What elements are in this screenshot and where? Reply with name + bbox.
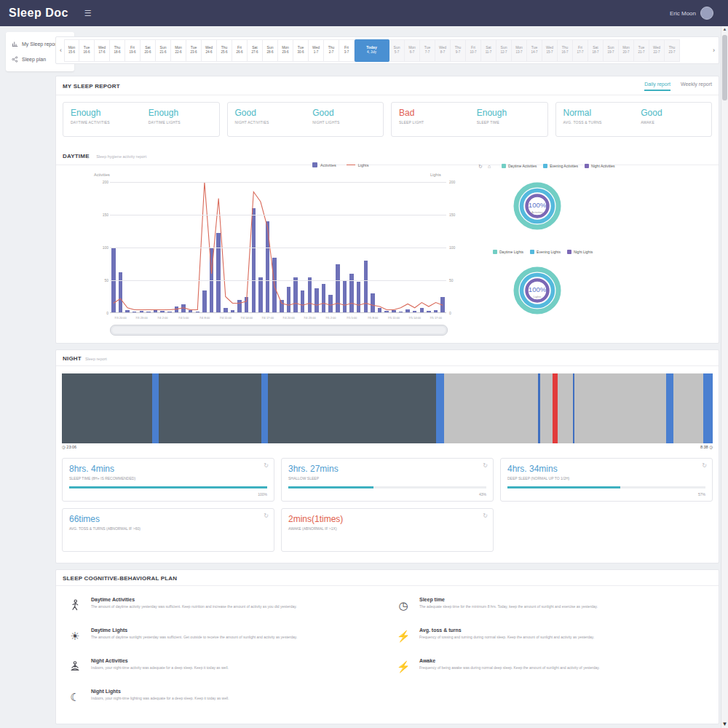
refresh-icon[interactable]: ↻ [264, 462, 269, 469]
stat-value: 4hrs. 34mins [507, 464, 558, 474]
hamburger-menu-icon[interactable]: ☰ [84, 9, 92, 18]
donut-legend-item[interactable]: Daytime Lights [493, 250, 523, 254]
date-cell-date: 20-6 [144, 50, 151, 55]
donut-legend-item[interactable]: Night Lights [567, 250, 593, 254]
date-cell[interactable]: Fri3-7 [339, 39, 355, 62]
date-cell-day: Tue [191, 45, 197, 51]
x-tick-label: 7/5 2:00 [320, 316, 341, 320]
donut-legend-item[interactable]: Evening Activities [543, 164, 578, 168]
date-cell-day: Thu [562, 45, 569, 51]
plan-item-title: Sleep time [419, 597, 598, 602]
refresh-icon[interactable]: ↻ [264, 513, 269, 519]
date-cell[interactable]: Sat11-7 [481, 39, 496, 62]
date-cell[interactable]: Mon29-6 [278, 39, 293, 62]
x-tick-label: 7/4 17:00 [257, 316, 278, 320]
legend-label: Evening Lights [537, 250, 561, 254]
chart-range-scrollbar[interactable] [110, 325, 448, 336]
plan-item-night-activities: Night ActivitiesIndoors, your night-time… [59, 652, 387, 682]
legend-line-swatch [347, 165, 355, 165]
date-cell[interactable]: Mon13-7 [512, 39, 527, 62]
svg-text:100%: 100% [529, 285, 547, 293]
legend-item-activities[interactable]: Activities [312, 162, 336, 167]
date-cell[interactable]: Mon22-6 [171, 39, 186, 62]
next-dates-icon[interactable]: › [711, 47, 717, 54]
date-cell[interactable]: Tue21-7 [634, 39, 649, 62]
date-cell-date: 22-6 [175, 50, 181, 55]
refresh-icon[interactable]: ↻ [483, 513, 488, 519]
scrollbar-thumb[interactable] [722, 35, 727, 100]
date-cell[interactable]: Tue23-6 [186, 39, 202, 62]
date-cell-day: Sun [267, 45, 274, 51]
gridline [110, 182, 446, 183]
plan-item-title: Night Activities [91, 658, 229, 663]
date-cell[interactable]: Wed24-6 [202, 39, 217, 62]
walking-person-icon [66, 597, 84, 614]
donut-legend-item[interactable]: Night Activities [585, 164, 615, 168]
date-cell[interactable]: Tue7-7 [420, 39, 435, 62]
date-cell[interactable]: Fri19-6 [125, 39, 141, 62]
date-cell[interactable]: Tue16-6 [79, 39, 95, 62]
date-cell[interactable]: Sun28-6 [263, 39, 278, 62]
prev-dates-icon[interactable]: ‹ [58, 47, 64, 54]
x-tick-label: 7/4 8:00 [194, 316, 215, 320]
date-cell[interactable]: Wed1-7 [309, 39, 324, 62]
summary-label: NIGHT LIGHTS [312, 120, 376, 124]
date-cell[interactable]: Mon15-6 [64, 39, 79, 62]
date-cell[interactable]: Thu9-7 [451, 39, 466, 62]
date-cell-date: 8-7 [440, 50, 446, 55]
donut-legend-item[interactable]: Evening Lights [530, 250, 561, 254]
date-cell[interactable]: Thu16-7 [558, 39, 573, 62]
date-cell[interactable]: Sat27-6 [248, 39, 263, 62]
tab-weekly-report[interactable]: Weekly report [681, 82, 712, 91]
date-cell[interactable]: Sun19-7 [604, 39, 619, 62]
legend-label: Night Activities [591, 164, 615, 168]
date-cell[interactable]: Thu23-7 [665, 39, 680, 62]
legend-label: Night Lights [574, 250, 593, 254]
date-cell-date: 22-7 [653, 50, 660, 55]
refresh-icon[interactable]: ↻ [478, 164, 483, 170]
date-cell[interactable]: Mon6-7 [405, 39, 420, 62]
date-cell[interactable]: Fri26-6 [232, 39, 248, 62]
date-cell[interactable]: Mon20-7 [619, 39, 634, 62]
refresh-icon[interactable]: ↻ [702, 462, 707, 469]
scroll-up-icon[interactable]: ▲ [721, 27, 728, 31]
refresh-icon[interactable]: ↻ [483, 462, 488, 469]
date-cell[interactable]: Sun5-7 [389, 39, 405, 62]
moon-icon: ☾ [66, 689, 84, 706]
avatar[interactable] [700, 7, 713, 20]
user-menu[interactable]: Eric Moon [670, 0, 713, 26]
date-cell[interactable]: Wed8-7 [435, 39, 451, 62]
date-cell[interactable]: Sat18-7 [588, 39, 604, 62]
date-cell[interactable]: Wed15-7 [542, 39, 558, 62]
date-cell[interactable]: Tue14-7 [527, 39, 542, 62]
date-cell-day: Thu [328, 45, 335, 51]
scroll-down-icon[interactable]: ▼ [721, 721, 728, 727]
page-scrollbar[interactable]: ▲ ▼ [721, 26, 728, 728]
plan-item-toss-turns: ⚡ Avg. toss & turnsFrequency of tossing … [387, 621, 716, 652]
date-cell[interactable]: Thu18-6 [110, 39, 125, 62]
tab-daily-report[interactable]: Daily report [644, 82, 670, 91]
date-cell[interactable]: Wed17-6 [95, 39, 110, 62]
date-cell-today[interactable]: Today4, July [355, 39, 389, 62]
date-cell[interactable]: Sat20-6 [141, 39, 156, 62]
date-cell[interactable]: Sun21-6 [156, 39, 171, 62]
date-cell-date: 19-7 [607, 50, 614, 55]
date-cell-day: Mon [408, 45, 416, 51]
report-title: MY SLEEP REPORT [63, 83, 120, 90]
chart-range-thumb[interactable] [112, 327, 446, 333]
daytime-title: DAYTIME [63, 153, 90, 159]
donut-legend-item[interactable]: Daytime Activities [502, 164, 537, 168]
app-title: Sleep Doc [9, 7, 68, 20]
date-cell[interactable]: Wed22-7 [649, 39, 665, 62]
date-cell[interactable]: Thu2-7 [324, 39, 339, 62]
date-cell[interactable]: Tue30-6 [293, 39, 309, 62]
summary-metric: NormalAVG. TOSS & TURNS [556, 103, 634, 136]
plan-left-column: Daytime ActivitiesThe amount of daytime … [59, 590, 387, 713]
date-cell[interactable]: Fri10-7 [466, 39, 481, 62]
legend-item-lights[interactable]: Lights [347, 163, 369, 167]
date-cell[interactable]: Sun12-7 [496, 39, 512, 62]
date-cell[interactable]: Thu25-6 [217, 39, 232, 62]
home-icon[interactable]: ⌂ [488, 164, 491, 170]
date-cell[interactable]: Fri17-7 [573, 39, 588, 62]
date-cell-date: 28-6 [266, 50, 273, 55]
